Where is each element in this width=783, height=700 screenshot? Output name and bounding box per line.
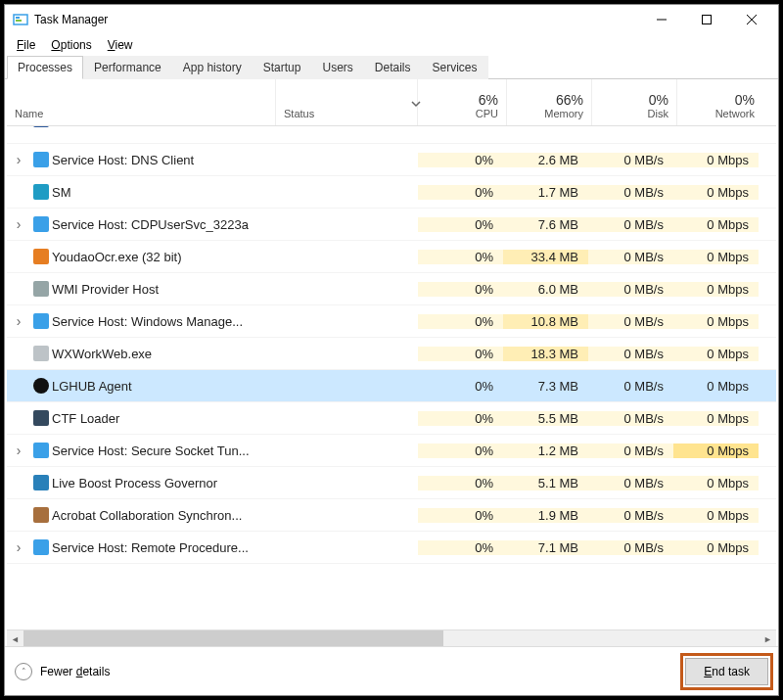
metric-mem: 33.4 MB xyxy=(503,250,588,264)
metric-mem: 1.9 MB xyxy=(503,508,588,523)
metric-mem: 1.2 MB xyxy=(503,443,588,458)
horizontal-scrollbar[interactable]: ◄ ► xyxy=(7,630,776,646)
process-name: Service Host: Remote Procedure... xyxy=(52,540,276,555)
process-name: Service Host: DNS Client xyxy=(52,153,276,167)
process-row[interactable]: ›Service Host: CDPUserSvc_3223a0%7.6 MB0… xyxy=(7,209,776,241)
sort-chevron-icon[interactable] xyxy=(410,94,422,112)
header-name[interactable]: Name xyxy=(7,79,276,125)
metric-net: 0 Mbps xyxy=(673,540,759,555)
ctf-icon xyxy=(30,410,52,426)
process-name: Acrobat Collaboration Synchron... xyxy=(52,508,276,523)
close-button[interactable] xyxy=(729,5,774,34)
window-title: Task Manager xyxy=(34,13,639,26)
process-name: Service Host: Secure Socket Tun... xyxy=(52,443,276,458)
metric-cpu: 0% xyxy=(418,411,503,426)
process-row[interactable]: ›Microsoft Word (32 bit) (2)0%21.7 MB0 M… xyxy=(7,126,776,144)
process-row[interactable]: LGHUB Agent0%7.3 MB0 MB/s0 Mbps xyxy=(7,370,776,402)
metric-disk: 0 MB/s xyxy=(588,185,673,200)
expand-icon[interactable]: › xyxy=(7,126,30,127)
metric-mem: 10.8 MB xyxy=(503,314,588,329)
metric-net: 0 Mbps xyxy=(673,282,759,297)
tab-services[interactable]: Services xyxy=(422,56,488,79)
fewer-details-toggle[interactable]: ˄ Fewer details xyxy=(15,663,110,680)
content: Name Status 6%CPU 66%Memory 0%Disk 0%Net… xyxy=(5,79,778,646)
metric-net: 0 Mbps xyxy=(673,217,759,232)
expand-icon[interactable]: › xyxy=(7,313,30,329)
metric-cpu: 0% xyxy=(418,379,503,394)
process-row[interactable]: ›Service Host: Windows Manage...0%10.8 M… xyxy=(7,305,776,338)
metric-disk: 0 MB/s xyxy=(588,153,673,167)
svg-rect-4 xyxy=(703,16,712,24)
metric-cpu: 0% xyxy=(418,185,503,200)
menu-file[interactable]: File xyxy=(9,36,43,54)
column-headers: Name Status 6%CPU 66%Memory 0%Disk 0%Net… xyxy=(7,79,776,126)
metric-mem: 7.6 MB xyxy=(503,217,588,232)
process-list[interactable]: ›Microsoft Word (32 bit) (2)0%21.7 MB0 M… xyxy=(7,126,776,630)
process-row[interactable]: SM0%1.7 MB0 MB/s0 Mbps xyxy=(7,176,776,209)
tab-users[interactable]: Users xyxy=(311,56,363,79)
process-row[interactable]: CTF Loader0%5.5 MB0 MB/s0 Mbps xyxy=(7,402,776,435)
svc-icon xyxy=(30,216,52,232)
metric-net: 0 Mbps xyxy=(673,185,759,200)
process-row[interactable]: Live Boost Process Governor0%5.1 MB0 MB/… xyxy=(7,467,776,499)
process-name: LGHUB Agent xyxy=(52,379,276,394)
titlebar[interactable]: Task Manager xyxy=(5,5,778,34)
tab-processes[interactable]: Processes xyxy=(7,56,83,79)
end-task-button[interactable]: End task xyxy=(685,658,768,685)
process-row[interactable]: Acrobat Collaboration Synchron...0%1.9 M… xyxy=(7,499,776,532)
metric-disk: 0 MB/s xyxy=(588,217,673,232)
app-icon xyxy=(13,12,28,27)
process-row[interactable]: ›Service Host: Secure Socket Tun...0%1.2… xyxy=(7,435,776,467)
minimize-button[interactable] xyxy=(639,5,684,34)
header-cpu[interactable]: 6%CPU xyxy=(422,79,507,125)
metric-net: 0 Mbps xyxy=(673,443,759,458)
process-name: Service Host: Windows Manage... xyxy=(52,314,276,329)
process-row[interactable]: ›Service Host: Remote Procedure...0%7.1 … xyxy=(7,532,776,564)
process-name: YoudaoOcr.exe (32 bit) xyxy=(52,250,276,264)
process-name: SM xyxy=(52,185,276,200)
scroll-right-icon[interactable]: ► xyxy=(760,630,776,646)
tab-app-history[interactable]: App history xyxy=(172,56,253,79)
chevron-up-icon: ˄ xyxy=(15,663,32,680)
metric-cpu: 0% xyxy=(418,153,503,167)
header-status[interactable]: Status xyxy=(276,79,418,125)
metric-net: 0 Mbps xyxy=(673,411,759,426)
metric-net: 0 Mbps xyxy=(673,379,759,394)
tab-details[interactable]: Details xyxy=(364,56,422,79)
tab-startup[interactable]: Startup xyxy=(253,56,312,79)
expand-icon[interactable]: › xyxy=(7,443,30,458)
sm-icon xyxy=(30,184,52,200)
scroll-thumb[interactable] xyxy=(23,630,443,646)
process-row[interactable]: ›Service Host: DNS Client0%2.6 MB0 MB/s0… xyxy=(7,144,776,176)
process-row[interactable]: YoudaoOcr.exe (32 bit)0%33.4 MB0 MB/s0 M… xyxy=(7,241,776,273)
header-network[interactable]: 0%Network xyxy=(677,79,762,125)
acro-icon xyxy=(30,507,52,523)
metric-cpu: 0% xyxy=(418,476,503,490)
metric-disk: 0 MB/s xyxy=(588,347,673,361)
wx-icon xyxy=(30,346,52,361)
tab-performance[interactable]: Performance xyxy=(83,56,172,79)
process-row[interactable]: WXWorkWeb.exe0%18.3 MB0 MB/s0 Mbps xyxy=(7,338,776,370)
metric-disk: 0 MB/s xyxy=(588,250,673,264)
metric-disk: 0 MB/s xyxy=(588,282,673,297)
metric-cpu: 0% xyxy=(418,250,503,264)
fewer-details-label: Fewer details xyxy=(40,665,110,678)
task-manager-window: Task Manager File Options View Processes… xyxy=(4,4,779,696)
process-row[interactable]: WMI Provider Host0%6.0 MB0 MB/s0 Mbps xyxy=(7,273,776,305)
metric-mem: 18.3 MB xyxy=(503,347,588,361)
menu-options[interactable]: Options xyxy=(43,36,99,54)
expand-icon[interactable]: › xyxy=(7,216,30,232)
metric-cpu: 0% xyxy=(418,540,503,555)
ocr-icon xyxy=(30,249,52,264)
wmi-icon xyxy=(30,281,52,297)
metric-cpu: 0% xyxy=(418,217,503,232)
scroll-left-icon[interactable]: ◄ xyxy=(7,630,23,646)
header-memory[interactable]: 66%Memory xyxy=(507,79,592,125)
header-disk[interactable]: 0%Disk xyxy=(592,79,677,125)
process-name: Live Boost Process Governor xyxy=(52,476,276,490)
menu-view[interactable]: View xyxy=(100,36,141,54)
svc-icon xyxy=(30,443,52,458)
expand-icon[interactable]: › xyxy=(7,539,30,555)
expand-icon[interactable]: › xyxy=(7,152,30,167)
maximize-button[interactable] xyxy=(684,5,729,34)
